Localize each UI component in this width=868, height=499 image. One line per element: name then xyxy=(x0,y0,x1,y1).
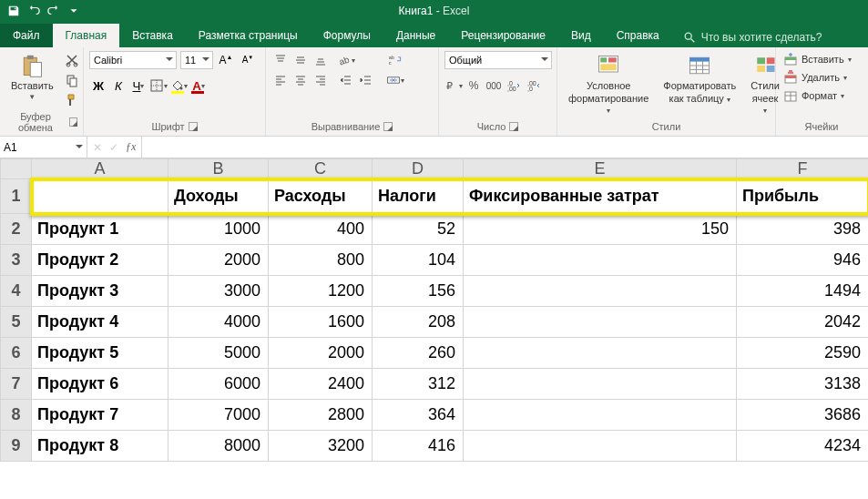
cell[interactable]: Продукт 1 xyxy=(32,214,168,245)
cell[interactable]: Продукт 5 xyxy=(32,338,168,369)
merge-center-button[interactable]: ▾ xyxy=(383,71,408,89)
borders-button[interactable]: ▾ xyxy=(149,76,168,95)
tab-page-layout[interactable]: Разметка страницы xyxy=(186,24,311,47)
font-color-button[interactable]: A▾ xyxy=(189,76,208,95)
cell[interactable]: 2800 xyxy=(269,400,373,431)
cell[interactable]: 364 xyxy=(373,400,464,431)
increase-decimal-button[interactable]: ,0,00 xyxy=(505,76,523,95)
fill-color-button[interactable]: ▾ xyxy=(169,76,188,95)
tab-data[interactable]: Данные xyxy=(383,24,448,47)
increase-indent-button[interactable] xyxy=(357,71,375,89)
cell[interactable]: Фиксированные затрат xyxy=(464,179,737,214)
cancel-formula-button[interactable]: ✕ xyxy=(93,141,102,154)
cell[interactable]: Продукт 8 xyxy=(32,431,168,462)
format-as-table-button[interactable]: Форматировать как таблицу ▾ xyxy=(658,51,741,106)
row-header[interactable]: 1 xyxy=(1,179,32,214)
delete-cells-button[interactable]: Удалить ▾ xyxy=(781,69,853,86)
align-right-button[interactable] xyxy=(311,71,330,89)
row-header[interactable]: 4 xyxy=(1,276,32,307)
cell[interactable]: 2000 xyxy=(269,338,373,369)
align-center-button[interactable] xyxy=(291,71,310,89)
cell[interactable]: 1494 xyxy=(737,276,869,307)
cell[interactable] xyxy=(464,276,737,307)
paste-button[interactable]: Вставить ▼ xyxy=(5,51,59,103)
tell-me-search[interactable]: Что вы хотите сделать? xyxy=(683,31,822,47)
cell[interactable]: 2000 xyxy=(168,245,269,276)
cell[interactable]: 156 xyxy=(373,276,464,307)
cell[interactable]: Продукт 6 xyxy=(32,369,168,400)
cell[interactable]: 400 xyxy=(269,214,373,245)
column-header[interactable]: B xyxy=(168,159,269,179)
cell[interactable]: 2400 xyxy=(269,369,373,400)
cell[interactable]: 4000 xyxy=(168,307,269,338)
number-format-select[interactable]: Общий xyxy=(444,51,552,69)
cell[interactable]: 2590 xyxy=(737,338,869,369)
conditional-formatting-button[interactable]: Условное форматирование ▾ xyxy=(563,51,654,117)
cell[interactable]: 52 xyxy=(373,214,464,245)
dialog-launcher-icon[interactable] xyxy=(69,117,77,127)
align-top-button[interactable] xyxy=(271,51,290,69)
enter-formula-button[interactable]: ✓ xyxy=(109,141,118,154)
underline-button[interactable]: Ч▾ xyxy=(129,76,148,95)
bold-button[interactable]: Ж xyxy=(89,76,107,95)
cell[interactable]: 3138 xyxy=(737,369,869,400)
name-box[interactable]: A1 xyxy=(0,137,87,158)
worksheet[interactable]: ABCDEF1ДоходыРасходыНалогиФиксированные … xyxy=(0,158,868,462)
column-header[interactable]: F xyxy=(737,159,869,179)
column-header[interactable]: E xyxy=(464,159,737,179)
dialog-launcher-icon[interactable] xyxy=(189,122,198,131)
decrease-indent-button[interactable] xyxy=(337,71,355,89)
formula-input[interactable] xyxy=(142,137,868,158)
row-header[interactable]: 6 xyxy=(1,338,32,369)
italic-button[interactable]: К xyxy=(109,76,128,95)
tab-help[interactable]: Справка xyxy=(604,24,672,47)
cell[interactable]: 150 xyxy=(464,214,737,245)
insert-function-button[interactable]: ƒx xyxy=(126,140,136,154)
row-header[interactable]: 9 xyxy=(1,431,32,462)
cell[interactable]: 2042 xyxy=(737,307,869,338)
cell[interactable]: 8000 xyxy=(168,431,269,462)
percent-format-button[interactable]: % xyxy=(465,76,483,95)
cell[interactable]: 7000 xyxy=(168,400,269,431)
comma-format-button[interactable]: 000 xyxy=(485,76,503,95)
qat-customize-icon[interactable] xyxy=(66,3,82,19)
cell[interactable]: 946 xyxy=(737,245,869,276)
orientation-button[interactable]: ab▾ xyxy=(337,51,355,69)
cell[interactable]: Продукт 3 xyxy=(32,276,168,307)
format-painter-button[interactable] xyxy=(63,91,81,109)
cell[interactable]: 6000 xyxy=(168,369,269,400)
align-left-button[interactable] xyxy=(271,71,290,89)
decrease-font-button[interactable]: A▼ xyxy=(239,51,257,69)
accounting-format-button[interactable]: ₽▾ xyxy=(444,76,463,95)
cell[interactable]: 312 xyxy=(373,369,464,400)
tab-file[interactable]: Файл xyxy=(0,24,53,47)
cell[interactable]: 260 xyxy=(373,338,464,369)
cell[interactable]: 5000 xyxy=(168,338,269,369)
row-header[interactable]: 3 xyxy=(1,245,32,276)
cell[interactable] xyxy=(464,431,737,462)
undo-icon[interactable] xyxy=(26,3,42,19)
save-icon[interactable] xyxy=(5,3,22,19)
tab-home[interactable]: Главная xyxy=(53,24,120,47)
select-all-corner[interactable] xyxy=(1,159,32,179)
cut-button[interactable] xyxy=(63,51,81,69)
column-header[interactable]: A xyxy=(32,159,168,179)
cell[interactable] xyxy=(464,338,737,369)
dialog-launcher-icon[interactable] xyxy=(383,122,393,131)
decrease-decimal-button[interactable]: ,00,0 xyxy=(525,76,543,95)
increase-font-button[interactable]: A▲ xyxy=(217,51,235,69)
cell[interactable]: 104 xyxy=(373,245,464,276)
tab-insert[interactable]: Вставка xyxy=(119,24,186,47)
font-size-select[interactable]: 11 xyxy=(180,51,213,69)
dialog-launcher-icon[interactable] xyxy=(509,122,518,131)
row-header[interactable]: 2 xyxy=(1,214,32,245)
cell[interactable]: Расходы xyxy=(269,179,373,214)
cell[interactable]: 3200 xyxy=(269,431,373,462)
cell[interactable]: 800 xyxy=(269,245,373,276)
cell[interactable]: 208 xyxy=(373,307,464,338)
cell[interactable]: Продукт 2 xyxy=(32,245,168,276)
cell[interactable]: 3686 xyxy=(737,400,869,431)
cell[interactable]: 1200 xyxy=(269,276,373,307)
cell[interactable] xyxy=(464,307,737,338)
cell[interactable]: Прибыль xyxy=(737,179,869,214)
